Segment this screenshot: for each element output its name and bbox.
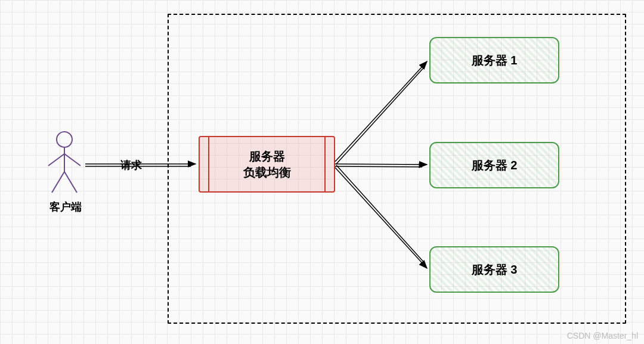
server-1-label: 服务器 1 (472, 52, 518, 69)
client-label: 客户端 (45, 200, 86, 214)
svg-point-0 (55, 131, 73, 148)
server-3-label: 服务器 3 (472, 262, 518, 278)
svg-line-4 (52, 172, 64, 193)
client-actor-icon (44, 130, 85, 196)
request-label: 请求 (116, 158, 146, 172)
svg-line-2 (48, 154, 64, 166)
svg-line-5 (64, 172, 77, 193)
server-1-box: 服务器 1 (429, 37, 559, 83)
lb-label-1: 服务器 (249, 148, 285, 165)
lb-label-2: 负载均衡 (243, 165, 291, 181)
server-2-label: 服务器 2 (472, 157, 518, 173)
server-3-box: 服务器 3 (429, 246, 559, 293)
watermark: CSDN @Master_hl (567, 331, 638, 340)
svg-line-3 (64, 154, 80, 166)
load-balancer-box: 服务器 负载均衡 (199, 136, 335, 193)
server-2-box: 服务器 2 (429, 142, 559, 188)
